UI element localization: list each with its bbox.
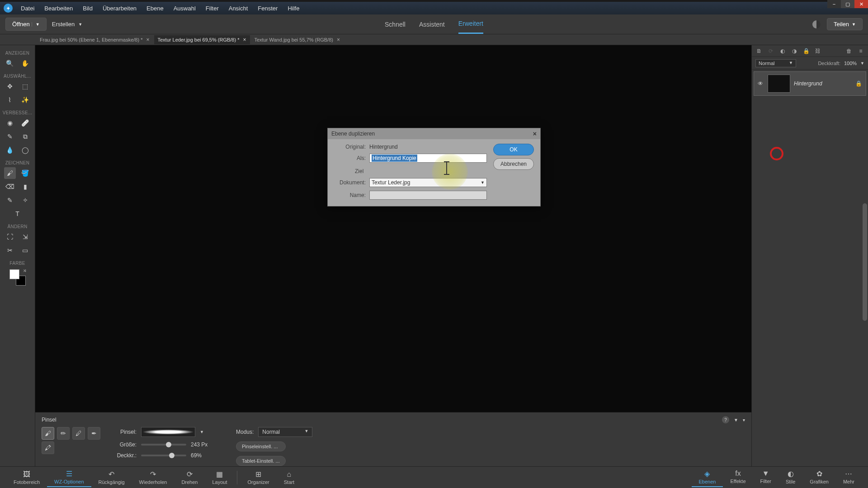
bt-filter[interactable]: ▼Filter bbox=[753, 468, 778, 487]
dialog-titlebar[interactable]: Ebene duplizieren × bbox=[328, 128, 540, 139]
bt-layout[interactable]: ▦Layout bbox=[205, 468, 234, 487]
menu-ansicht[interactable]: Ansicht bbox=[224, 3, 253, 14]
spot-heal-tool[interactable]: 🩹 bbox=[19, 117, 31, 129]
lock-icon[interactable]: 🔒 bbox=[802, 47, 810, 55]
eraser-tool[interactable]: ⌫ bbox=[4, 181, 16, 192]
straighten-tool[interactable]: ▭ bbox=[19, 244, 31, 256]
close-icon[interactable]: × bbox=[146, 37, 149, 43]
brush-variant-1[interactable]: 🖌 bbox=[42, 427, 54, 440]
color-swatch[interactable]: ⤭ bbox=[9, 269, 26, 286]
bt-stile[interactable]: ◐Stile bbox=[778, 468, 802, 487]
window-maximize-button[interactable]: ▢ bbox=[841, 0, 854, 8]
crop-tool[interactable]: ⛶ bbox=[4, 231, 16, 243]
brush-tool[interactable]: 🖌 bbox=[4, 167, 16, 179]
zoom-tool[interactable]: 🔍 bbox=[4, 57, 16, 69]
visibility-icon[interactable]: 👁 bbox=[758, 80, 764, 87]
link-icon[interactable]: ⛓ bbox=[814, 47, 821, 55]
chevron-down-icon[interactable]: ▼ bbox=[32, 22, 40, 27]
bt-effekte[interactable]: fxEffekte bbox=[723, 468, 753, 487]
lasso-tool[interactable]: ⌇ bbox=[4, 94, 16, 106]
hand-tool[interactable]: ✋ bbox=[19, 57, 31, 69]
eyedropper-tool[interactable]: ✎ bbox=[4, 194, 16, 206]
name-input[interactable] bbox=[369, 191, 487, 200]
blend-mode-select[interactable]: Normal ▼ bbox=[755, 59, 796, 67]
size-value[interactable]: 243 Px bbox=[191, 441, 208, 448]
bt-ebenen[interactable]: ◈Ebenen bbox=[692, 468, 723, 487]
menu-fenster[interactable]: Fenster bbox=[253, 3, 282, 14]
close-icon[interactable]: × bbox=[337, 37, 340, 43]
swap-colors-icon[interactable]: ⤭ bbox=[23, 268, 27, 273]
layer-name[interactable]: Hintergrund bbox=[794, 80, 822, 87]
brush-variant-3[interactable]: 🖊 bbox=[72, 427, 85, 440]
as-input[interactable]: Hintergrund Kopie bbox=[369, 154, 487, 163]
content-move-tool[interactable]: ✂ bbox=[4, 244, 16, 256]
shape-tool[interactable]: ✧ bbox=[19, 194, 31, 206]
mode-assistent[interactable]: Assistent bbox=[419, 14, 445, 34]
window-minimize-button[interactable]: − bbox=[827, 0, 841, 8]
tablet-settings-button[interactable]: Tablet-Einstell. ... bbox=[236, 456, 286, 466]
size-slider[interactable] bbox=[141, 444, 186, 446]
trash-icon[interactable]: 🗑 bbox=[845, 47, 853, 55]
close-icon[interactable]: × bbox=[533, 130, 537, 137]
menu-filter[interactable]: Filter bbox=[201, 3, 223, 14]
adjustment-icon[interactable]: ◑ bbox=[791, 47, 798, 55]
gradient-tool[interactable]: ▮ bbox=[19, 181, 31, 192]
menu-hilfe[interactable]: Hilfe bbox=[283, 3, 304, 14]
mode-schnell[interactable]: Schnell bbox=[385, 14, 406, 34]
bt-wiederholen[interactable]: ↷Wiederholen bbox=[132, 468, 175, 487]
paint-bucket-tool[interactable]: 🪣 bbox=[19, 167, 31, 179]
menu-bild[interactable]: Bild bbox=[78, 3, 97, 14]
open-button[interactable]: Öffnen ▼ bbox=[5, 18, 47, 31]
share-button[interactable]: Teilen ▼ bbox=[827, 18, 863, 30]
wand-tool[interactable]: ✨ bbox=[19, 94, 31, 106]
blend-mode-select[interactable]: Normal ▼ bbox=[258, 427, 312, 437]
vertical-scrollbar[interactable] bbox=[863, 203, 867, 321]
ok-button[interactable]: OK bbox=[493, 144, 534, 155]
marquee-tool[interactable]: ⬚ bbox=[19, 80, 31, 92]
menu-datei[interactable]: Datei bbox=[16, 3, 39, 14]
window-close-button[interactable]: ✕ bbox=[854, 0, 868, 8]
chevron-down-icon[interactable]: ▼ bbox=[734, 418, 738, 422]
move-tool[interactable]: ✥ bbox=[4, 80, 16, 92]
mask-icon[interactable]: ◐ bbox=[779, 47, 786, 55]
bt-wz-optionen[interactable]: ☰WZ-Optionen bbox=[47, 468, 91, 487]
bt-fotobereich[interactable]: 🖼Fotobereich bbox=[6, 469, 47, 487]
menu-bearbeiten[interactable]: Bearbeiten bbox=[40, 3, 77, 14]
create-button[interactable]: Erstellen ▼ bbox=[52, 21, 83, 28]
recompose-tool[interactable]: ⇲ bbox=[19, 231, 31, 243]
cancel-button[interactable]: Abbrechen bbox=[493, 158, 534, 170]
brush-settings-button[interactable]: Pinseleinstell. ... bbox=[236, 441, 286, 451]
menu-ebene[interactable]: Ebene bbox=[142, 3, 168, 14]
sponge-tool[interactable]: ◯ bbox=[19, 144, 31, 156]
chevron-down-icon[interactable]: ▾ bbox=[743, 418, 745, 422]
redeye-tool[interactable]: ◉ bbox=[4, 117, 16, 129]
close-icon[interactable]: × bbox=[243, 37, 246, 43]
doctab[interactable]: Frau.jpg bei 50% (Ebene 1, Ebenenmaske/8… bbox=[36, 35, 153, 44]
bt-drehen[interactable]: ⟳Drehen bbox=[174, 468, 205, 487]
chevron-down-icon[interactable]: ▼ bbox=[200, 430, 204, 434]
panel-menu-icon[interactable]: ≡ bbox=[857, 47, 864, 55]
bt-grafiken[interactable]: ✿Grafiken bbox=[802, 468, 836, 487]
theme-toggle-icon[interactable] bbox=[812, 20, 821, 28]
new-layer-icon[interactable]: 🗎 bbox=[755, 47, 763, 55]
clone-tool[interactable]: ⧉ bbox=[19, 131, 31, 142]
help-icon[interactable]: ? bbox=[722, 416, 729, 423]
opacity-slider[interactable] bbox=[141, 455, 186, 456]
menu-auswahl[interactable]: Auswahl bbox=[169, 3, 200, 14]
layer-item[interactable]: 👁 Hintergrund 🔒 bbox=[754, 71, 866, 96]
new-group-icon[interactable]: ⟳ bbox=[767, 47, 774, 55]
bt-start[interactable]: ⌂Start bbox=[277, 469, 302, 487]
menu-ueberarbeiten[interactable]: Überarbeiten bbox=[98, 3, 141, 14]
text-tool[interactable]: T bbox=[12, 208, 24, 220]
chevron-down-icon[interactable]: ▼ bbox=[860, 61, 864, 66]
brush-variant-5[interactable]: 🖍 bbox=[42, 441, 54, 454]
lock-icon[interactable]: 🔒 bbox=[855, 80, 862, 87]
bt-mehr[interactable]: ⋯Mehr bbox=[836, 468, 862, 487]
bt-rueckgaengig[interactable]: ↶Rückgängig bbox=[91, 468, 132, 487]
document-select[interactable]: Textur Leder.jpg ▼ bbox=[369, 178, 487, 187]
layer-thumbnail[interactable] bbox=[768, 75, 790, 93]
opacity-value[interactable]: 100% bbox=[844, 61, 857, 66]
foreground-color[interactable] bbox=[9, 269, 19, 279]
smart-brush-tool[interactable]: ✎ bbox=[4, 131, 16, 142]
brush-variant-4[interactable]: ✒ bbox=[88, 427, 100, 440]
